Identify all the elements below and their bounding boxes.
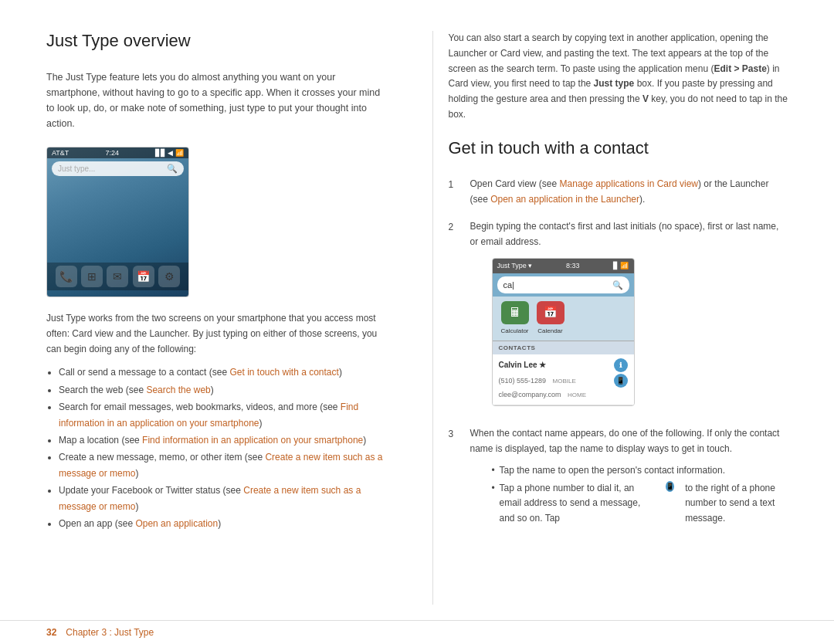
- left-title: Just Type overview: [46, 31, 386, 51]
- calculator-icon: 🖩: [501, 301, 529, 324]
- phone-icon-email: ✉: [107, 266, 128, 287]
- link-create[interactable]: Create a new item such as a message or m…: [59, 452, 383, 478]
- footer: 32 Chapter 3 : Just Type: [0, 620, 834, 644]
- calculator-label: Calculator: [500, 327, 528, 334]
- sub-bullets: Tap the name to open the person's contac…: [492, 463, 788, 527]
- sub-bullet-1: Tap the name to open the person's contac…: [492, 463, 788, 479]
- contact-carrier: Just Type ▾: [497, 260, 533, 272]
- link-open-launcher[interactable]: Open an application in the Launcher: [490, 194, 639, 205]
- phone-icons-row: 📞 ⊞ ✉ 📅 ⚙: [47, 263, 188, 290]
- sub-bullet-2: Tap a phone number to dial it, an email …: [492, 481, 788, 527]
- calendar-icon: 📅: [537, 301, 564, 324]
- right-title: Get in touch with a contact: [449, 138, 788, 158]
- step-1: 1 Open Card view (see Manage application…: [449, 177, 788, 208]
- time-label: 7:24: [105, 149, 119, 157]
- step-3-text: When the contact name appears, do one of…: [470, 428, 780, 454]
- phone-icon-calendar: 📅: [133, 266, 154, 287]
- contact-row: Calvin Lee ★ ℹ (510) 555-1289 MOBILE 📱 c…: [493, 354, 634, 405]
- contact-info-btn[interactable]: ℹ: [614, 358, 628, 372]
- contact-name: Calvin Lee ★: [499, 359, 547, 372]
- contact-search-input: ca| 🔍: [497, 276, 629, 293]
- phone-search-bar: Just type... 🔍: [52, 161, 184, 176]
- left-intro: The Just Type feature lets you do almost…: [46, 69, 386, 131]
- contact-time: 8:33: [566, 260, 580, 272]
- contact-phone-btn[interactable]: 📱: [614, 374, 628, 388]
- link-open[interactable]: Open an application: [135, 518, 218, 529]
- bullet-item-contact: Call or send a message to a contact (see…: [59, 364, 386, 380]
- carrier-label: AT&T: [52, 149, 69, 157]
- calendar-label: Calendar: [537, 327, 562, 334]
- step-2-text: Begin typing the contact's first and las…: [470, 221, 779, 247]
- bullet-list: Call or send a message to a contact (see…: [59, 364, 386, 531]
- content-area: Just Type overview The Just Type feature…: [0, 0, 834, 620]
- search-icon-left: 🔍: [167, 164, 178, 174]
- step-2: 2 Begin typing the contact's first and l…: [449, 219, 788, 414]
- bullet-item-create: Create a new message, memo, or other ite…: [59, 449, 386, 481]
- step-2-content: Begin typing the contact's first and las…: [470, 219, 788, 414]
- page: Just Type overview The Just Type feature…: [0, 0, 834, 644]
- app-calendar: 📅 Calendar: [534, 301, 567, 336]
- bullet-item-find: Search for email messages, web bookmarks…: [59, 399, 386, 431]
- link-contact[interactable]: Get in touch with a contact: [229, 367, 338, 378]
- phone-status-bar: AT&T 7:24 ▊▊ ◀ 📶: [47, 147, 188, 158]
- link-map[interactable]: Find information in an application on yo…: [142, 435, 363, 446]
- page-number: 32: [46, 627, 56, 638]
- contacts-header: CONTACTS: [493, 341, 634, 354]
- right-column: You can also start a search by copying t…: [432, 31, 788, 605]
- left-column: Just Type overview The Just Type feature…: [46, 31, 402, 605]
- link-find[interactable]: Find information in an application on yo…: [59, 402, 358, 428]
- phone-icon-phone: 📞: [56, 266, 77, 287]
- phone-icon-apps: ⊞: [81, 266, 103, 287]
- link-update[interactable]: Create a new item such as a message or m…: [59, 485, 361, 511]
- phone-screenshot-left: AT&T 7:24 ▊▊ ◀ 📶 Just type... 🔍 📞 ⊞ ✉ 📅 …: [46, 147, 189, 297]
- contact-search-area: ca| 🔍: [493, 273, 634, 297]
- contact-signal: ▊ 📶: [613, 260, 629, 272]
- contact-status-bar: Just Type ▾ 8:33 ▊ 📶: [493, 259, 634, 273]
- contact-email-row: clee@company.com HOME: [499, 389, 628, 401]
- search-text: ca|: [503, 278, 514, 292]
- phone-icon-settings: ⚙: [158, 266, 180, 287]
- contact-screenshot: Just Type ▾ 8:33 ▊ 📶 ca| 🔍: [492, 258, 635, 406]
- bullet-item-web: Search the web (see Search the web): [59, 382, 386, 398]
- contact-phone: (510) 555-1289 MOBILE: [499, 375, 576, 387]
- signal-icons: ▊▊ ◀ 📶: [155, 149, 184, 157]
- app-calculator: 🖩 Calculator: [499, 301, 531, 336]
- search-icon: 🔍: [612, 278, 623, 292]
- bullet-item-map: Map a location (see Find information in …: [59, 432, 386, 448]
- link-manage-apps[interactable]: Manage applications in Card view: [560, 178, 698, 189]
- search-placeholder: Just type...: [58, 164, 95, 173]
- steps-list: 1 Open Card view (see Manage application…: [449, 177, 788, 529]
- bullet-item-update: Update your Facebook or Twitter status (…: [59, 483, 386, 514]
- bullet-item-open: Open an app (see Open an application): [59, 516, 386, 531]
- link-web[interactable]: Search the web: [146, 385, 210, 395]
- contact-email: clee@company.com HOME: [499, 389, 587, 401]
- chapter-label: Chapter 3 : Just Type: [66, 627, 154, 638]
- step-3: 3 When the contact name appears, do one …: [449, 426, 788, 529]
- step-3-content: When the contact name appears, do one of…: [470, 426, 788, 529]
- contacts-section: CONTACTS Calvin Lee ★ ℹ (510) 555-1289 M…: [493, 341, 634, 405]
- left-body-text: Just Type works from the two screens on …: [46, 311, 386, 357]
- step-1-text: Open Card view (see Manage applications …: [470, 177, 788, 208]
- right-intro: You can also start a search by copying t…: [449, 31, 788, 123]
- contact-name-row: Calvin Lee ★ ℹ: [499, 358, 628, 372]
- contact-phone-row: (510) 555-1289 MOBILE 📱: [499, 374, 628, 388]
- contact-apps-row: 🖩 Calculator 📅 Calendar: [493, 297, 634, 341]
